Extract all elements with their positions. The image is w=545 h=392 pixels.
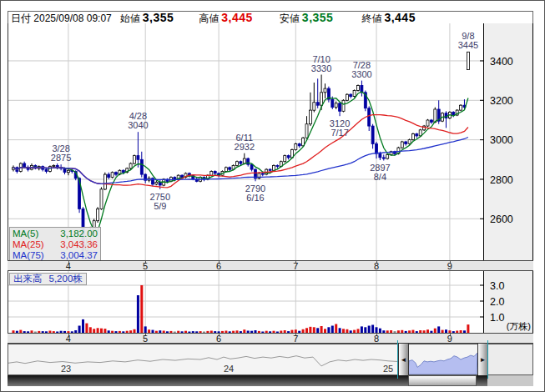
svg-text:8/4: 8/4 bbox=[374, 172, 386, 182]
month-label: 8 bbox=[368, 334, 385, 344]
volume-chart-panel[interactable]: 3.02.01.0(万株) 出来高5,200株 bbox=[8, 271, 533, 333]
selection-guide-left bbox=[397, 340, 398, 379]
price-tick-label: 2800 bbox=[490, 174, 513, 186]
ma25-label: MA(25) bbox=[13, 239, 44, 250]
ma5-row: MA(5) 3,182.00 bbox=[13, 229, 98, 239]
month-label: 9 bbox=[442, 261, 458, 271]
ma5-value: 3,182.00 bbox=[60, 229, 98, 239]
price-annotations: 3/2828754/28304027505/96/11293227906/167… bbox=[51, 31, 478, 211]
month-label: 8 bbox=[368, 261, 385, 271]
price-tick-label: 3400 bbox=[490, 56, 513, 68]
close-value: 3,445 bbox=[384, 11, 416, 24]
price-chart-panel[interactable]: 3/2828754/28304027505/96/11293227906/167… bbox=[8, 23, 533, 260]
svg-text:2875: 2875 bbox=[51, 153, 71, 163]
candlestick-chart[interactable]: 3/2828754/28304027505/96/11293227906/167… bbox=[8, 23, 533, 260]
open-value: 3,355 bbox=[143, 11, 174, 24]
svg-text:3300: 3300 bbox=[351, 69, 371, 79]
ma5-label: MA(5) bbox=[13, 229, 38, 239]
navigator-future-area bbox=[487, 344, 532, 374]
price-tick-label: 3000 bbox=[490, 134, 513, 146]
year-label: 25 bbox=[383, 364, 393, 374]
month-axis-volume: 456789 bbox=[8, 333, 533, 344]
scrollbar-track-right[interactable] bbox=[477, 375, 487, 386]
month-label: 7 bbox=[287, 334, 304, 344]
low-value: 3,355 bbox=[302, 11, 334, 24]
month-label: 5 bbox=[137, 334, 154, 344]
scrollbar-track-end bbox=[487, 375, 533, 386]
price-tick-label: 3200 bbox=[490, 95, 513, 107]
high-value: 3,445 bbox=[221, 11, 253, 24]
right-arrow-icon: ► bbox=[480, 356, 487, 364]
svg-text:2932: 2932 bbox=[235, 142, 255, 152]
svg-text:5/9: 5/9 bbox=[154, 201, 166, 211]
ma25-row: MA(25) 3,043.36 bbox=[13, 239, 98, 250]
svg-text:7/17: 7/17 bbox=[331, 128, 348, 138]
left-arrow-icon: ◄ bbox=[401, 356, 407, 364]
month-label: 6 bbox=[210, 261, 227, 271]
svg-text:6/16: 6/16 bbox=[246, 193, 264, 203]
volume-tick-label: 3.0 bbox=[490, 280, 504, 292]
month-label: 4 bbox=[60, 261, 77, 271]
volume-label: 出来高 bbox=[13, 274, 43, 284]
navigator-minichart[interactable]: 232425 bbox=[8, 344, 532, 374]
ma-legend: MA(5) 3,182.00 MA(25) 3,043.36 MA(75) 3,… bbox=[9, 227, 101, 263]
date-value: 2025/09/08 09:07 bbox=[33, 13, 111, 24]
svg-text:3445: 3445 bbox=[458, 40, 478, 50]
svg-text:3330: 3330 bbox=[311, 63, 331, 73]
navigator-left-handle[interactable]: ◄ bbox=[398, 343, 409, 377]
scrollbar-track-left[interactable] bbox=[8, 375, 408, 386]
ma25-value: 3,043.36 bbox=[60, 239, 98, 250]
year-label: 24 bbox=[224, 364, 234, 374]
horizontal-scrollbar[interactable] bbox=[8, 375, 533, 386]
year-label: 23 bbox=[61, 364, 71, 374]
date-label: 日付 bbox=[11, 13, 31, 24]
price-tick-label: 2600 bbox=[490, 214, 513, 225]
month-label: 7 bbox=[287, 261, 304, 271]
month-axis-main: 456789 bbox=[8, 260, 533, 271]
selection-guide-right bbox=[487, 340, 488, 379]
range-navigator[interactable]: 232425 ◄ ► bbox=[8, 344, 533, 375]
volume-tick-label: 2.0 bbox=[490, 296, 504, 308]
scrollbar-thumb[interactable] bbox=[408, 375, 477, 386]
volume-bars bbox=[13, 285, 470, 333]
month-label: 4 bbox=[60, 334, 77, 344]
stock-chart-widget: 日付 2025/09/08 09:07 始値 3,355 高値 3,445 安値… bbox=[0, 0, 545, 392]
svg-text:3040: 3040 bbox=[128, 120, 148, 130]
month-label: 6 bbox=[210, 334, 227, 344]
month-label: 9 bbox=[442, 334, 458, 344]
volume-value: 5,200株 bbox=[49, 274, 83, 284]
volume-unit-label: (万株) bbox=[507, 321, 531, 331]
volume-tick-label: 1.0 bbox=[490, 312, 504, 324]
volume-legend: 出来高5,200株 bbox=[9, 273, 87, 285]
month-label: 5 bbox=[137, 261, 154, 271]
